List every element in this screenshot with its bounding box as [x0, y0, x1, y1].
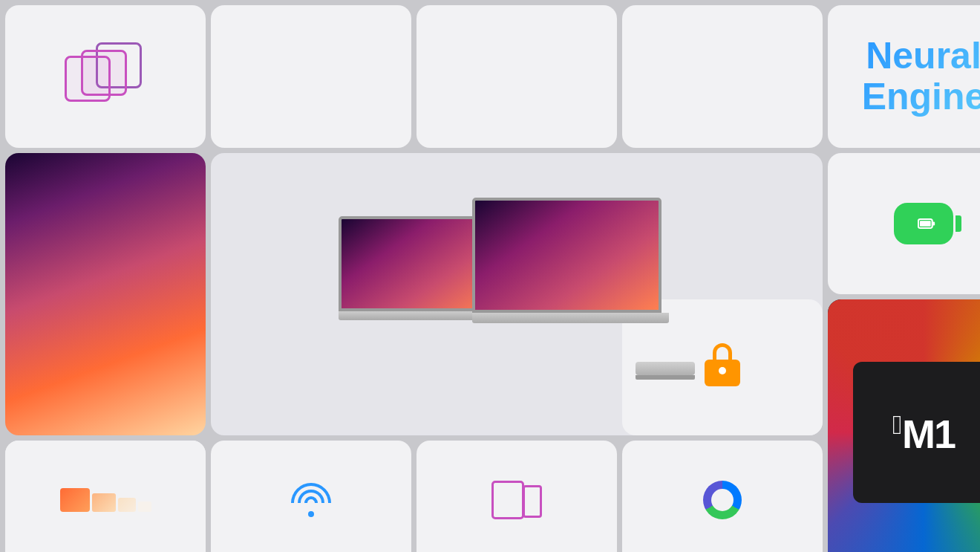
apple-sym:  — [892, 409, 901, 440]
neural-text-2: NeuralEngine — [862, 36, 980, 117]
wifi-card-2 — [211, 441, 411, 552]
wifi-dot-2 — [308, 511, 314, 517]
gpu-card-2 — [416, 5, 617, 148]
m1-chip-2: M1 — [853, 362, 980, 503]
wifi-arc-s — [304, 496, 318, 503]
cam-icon-2 — [60, 488, 151, 512]
ml-card-2 — [622, 5, 823, 148]
batt-icon-2 — [918, 215, 935, 233]
memory-card-2 — [5, 5, 206, 148]
batt-pill-2 — [894, 203, 953, 244]
m1-card-2: M1 — [828, 299, 980, 552]
universal-icon-2 — [703, 481, 742, 519]
neural-card-2: NeuralEngine — [828, 5, 980, 148]
pro-base-2 — [472, 313, 669, 323]
batt-nub — [956, 215, 961, 232]
iphone-icon-2 — [523, 485, 542, 518]
macbook-visual-2 — [331, 186, 702, 402]
lock-shackle-2 — [713, 343, 732, 360]
cpu-card-2 — [211, 5, 411, 148]
pro-2 — [472, 198, 669, 323]
svg-rect-5 — [920, 221, 931, 227]
cam-r2 — [92, 493, 116, 512]
m1-brand: M1 — [892, 411, 955, 457]
cam-r3 — [118, 498, 136, 512]
lock-icon-2 — [705, 343, 740, 386]
cam-r4 — [138, 501, 151, 512]
univ-inner — [711, 489, 734, 511]
memory-icon-2 — [65, 42, 146, 102]
mini-body-2 — [636, 362, 695, 375]
lock-hole — [719, 367, 726, 374]
wifi-icon-2 — [291, 483, 332, 517]
pro-screen-2 — [472, 198, 662, 313]
cam-r1 — [60, 488, 90, 512]
lock-body-2 — [705, 360, 740, 386]
camera-card-2 — [5, 441, 206, 552]
macos-bg-2 — [5, 153, 206, 435]
ipad-icon-2 — [491, 481, 524, 519]
devices-icon-2 — [491, 481, 542, 519]
battery-card-2 — [828, 153, 980, 294]
mini-foot-2 — [636, 375, 695, 380]
universal-card-2 — [622, 441, 823, 552]
mini-2 — [636, 362, 695, 380]
air-screen-2 — [339, 216, 494, 311]
macos-card-2 — [5, 153, 206, 435]
mem-sq-front — [65, 56, 111, 102]
iphone-card-2 — [416, 441, 617, 552]
svg-rect-4 — [932, 221, 935, 225]
